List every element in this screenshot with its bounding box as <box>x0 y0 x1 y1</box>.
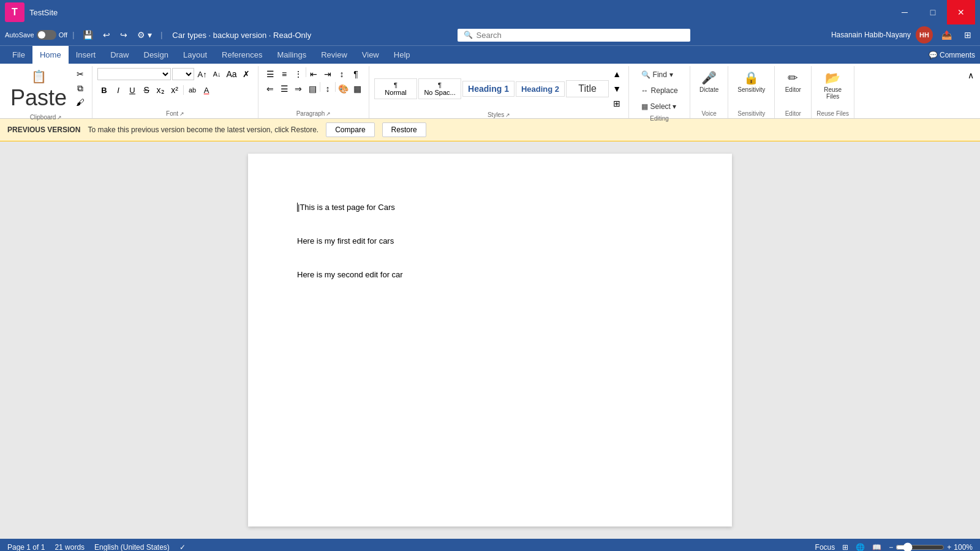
cut-button[interactable]: ✂ <box>74 67 87 81</box>
shading-button[interactable]: 🎨 <box>336 82 350 96</box>
proofing-icon[interactable]: ✓ <box>179 543 186 551</box>
compare-button[interactable]: Compare <box>326 122 374 137</box>
tab-review[interactable]: Review <box>314 46 355 64</box>
numbering-button[interactable]: ≡ <box>277 67 291 81</box>
strikethrough-button[interactable]: S <box>140 83 153 97</box>
redo-button[interactable]: ↪ <box>116 29 131 41</box>
change-case-button[interactable]: Aa <box>225 67 238 81</box>
align-center-button[interactable]: ☰ <box>277 82 291 96</box>
bold-button[interactable]: B <box>97 83 111 97</box>
word-count[interactable]: 21 words <box>55 543 85 551</box>
paste-button[interactable]: 📋 Paste <box>5 67 72 113</box>
styles-more[interactable]: ⊞ <box>610 97 624 110</box>
show-marks-button[interactable]: ¶ <box>349 67 363 81</box>
user-avatar[interactable]: HH <box>916 26 933 43</box>
doc-page[interactable]: |This is a test page for Cars Here is my… <box>248 154 732 527</box>
collapse-ribbon-button[interactable]: ∧ <box>964 69 978 82</box>
clipboard-expand[interactable]: ↗ <box>57 114 62 121</box>
sensitivity-button[interactable]: 🔒 Sensitivity <box>733 67 769 96</box>
styles-expand[interactable]: ↗ <box>505 112 510 118</box>
tab-draw[interactable]: Draw <box>103 46 136 64</box>
zoom-slider[interactable] <box>895 542 944 551</box>
tab-references[interactable]: References <box>214 46 270 64</box>
italic-button[interactable]: I <box>111 83 125 97</box>
tab-insert[interactable]: Insert <box>69 46 104 64</box>
zoom-level[interactable]: 100% <box>954 543 973 551</box>
tab-help[interactable]: Help <box>386 46 418 64</box>
voice-label: Voice <box>701 110 716 117</box>
styles-scroll-up[interactable]: ▲ <box>610 67 624 81</box>
zoom-in-button[interactable]: + <box>947 543 951 551</box>
format-painter-button[interactable]: 🖌 <box>74 96 87 109</box>
style-heading1[interactable]: Heading 1 <box>462 81 514 97</box>
superscript-button[interactable]: x² <box>168 83 181 97</box>
tab-layout[interactable]: Layout <box>176 46 214 64</box>
style-normal[interactable]: ¶ Normal <box>374 78 417 99</box>
tab-view[interactable]: View <box>355 46 386 64</box>
restore-button[interactable]: Restore <box>382 122 426 137</box>
para-expand[interactable]: ↗ <box>326 111 331 117</box>
reuse-files-content: 📂 ReuseFiles <box>820 67 846 109</box>
highlight-button[interactable]: ab <box>186 83 199 97</box>
share-button[interactable]: 📤 <box>938 29 956 41</box>
style-heading2[interactable]: Heading 2 <box>516 81 565 97</box>
print-layout-button[interactable]: ⊞ <box>842 543 848 551</box>
decrease-indent-button[interactable]: ⇤ <box>307 67 320 81</box>
dictate-icon: 🎤 <box>701 70 717 85</box>
align-right-button[interactable]: ⇒ <box>292 82 305 96</box>
dictate-button[interactable]: 🎤 Dictate <box>695 67 723 96</box>
reuse-files-button[interactable]: 📂 ReuseFiles <box>820 67 846 103</box>
tab-file[interactable]: File <box>5 46 32 64</box>
copy-button[interactable]: ⧉ <box>74 81 87 95</box>
find-button[interactable]: 🔍 Find ▾ <box>637 67 677 82</box>
font-expand[interactable]: ↗ <box>179 111 184 117</box>
grow-font-button[interactable]: A↑ <box>195 67 209 81</box>
borders-button[interactable]: ▦ <box>350 82 364 96</box>
search-bar[interactable]: 🔍 <box>458 29 690 42</box>
bullets-button[interactable]: ☰ <box>263 67 277 81</box>
multilevel-button[interactable]: ⋮ <box>292 67 305 81</box>
comments-button[interactable]: 💬 Comments <box>929 51 975 59</box>
tab-design[interactable]: Design <box>137 46 176 64</box>
sort-button[interactable]: ↕ <box>335 67 349 81</box>
autosave-section: AutoSave Off <box>5 30 67 40</box>
clear-format-button[interactable]: ✗ <box>239 67 253 81</box>
more-commands-button[interactable]: ⚙ ▾ <box>134 29 156 41</box>
layout-btn[interactable]: ⊞ <box>960 29 975 41</box>
align-left-button[interactable]: ⇐ <box>263 82 277 96</box>
page-info[interactable]: Page 1 of 1 <box>7 543 45 551</box>
tab-mailings[interactable]: Mailings <box>270 46 314 64</box>
justify-button[interactable]: ▤ <box>306 82 319 96</box>
search-input[interactable] <box>477 31 684 40</box>
language[interactable]: English (United States) <box>94 543 170 551</box>
font-family-select[interactable] <box>97 68 171 80</box>
font-color-button[interactable]: A <box>200 83 213 97</box>
subscript-button[interactable]: x₂ <box>154 83 167 97</box>
save-button[interactable]: 💾 <box>79 29 97 41</box>
immersive-reader-button[interactable]: 📖 <box>872 543 881 551</box>
editor-button[interactable]: ✏ Editor <box>781 67 805 96</box>
doc-line-2: Here is my first edit for cars <box>297 236 683 246</box>
shrink-font-button[interactable]: A↓ <box>210 67 224 81</box>
tab-home[interactable]: Home <box>32 46 69 64</box>
autosave-label: AutoSave <box>5 31 34 39</box>
styles-scroll-down[interactable]: ▼ <box>610 82 624 96</box>
style-title[interactable]: Title <box>566 80 609 97</box>
maximize-button[interactable]: □ <box>919 0 947 24</box>
font-label: Font ↗ <box>166 110 184 117</box>
select-button[interactable]: ▦ Select ▾ <box>637 99 681 114</box>
font-size-select[interactable] <box>172 68 194 80</box>
underline-button[interactable]: U <box>126 83 139 97</box>
focus-button[interactable]: Focus <box>815 543 835 551</box>
replace-button[interactable]: ↔ Replace <box>637 83 682 98</box>
autosave-toggle[interactable] <box>37 30 56 40</box>
undo-button[interactable]: ↩ <box>99 29 114 41</box>
style-no-space[interactable]: ¶ No Spac... <box>418 78 461 99</box>
line-spacing-button[interactable]: ↕ <box>321 82 334 96</box>
web-layout-button[interactable]: 🌐 <box>856 543 865 551</box>
editor-section: ✏ Editor Editor <box>775 66 812 118</box>
zoom-out-button[interactable]: − <box>889 543 893 551</box>
increase-indent-button[interactable]: ⇥ <box>321 67 334 81</box>
close-button[interactable]: ✕ <box>947 0 975 24</box>
minimize-button[interactable]: ─ <box>891 0 919 24</box>
